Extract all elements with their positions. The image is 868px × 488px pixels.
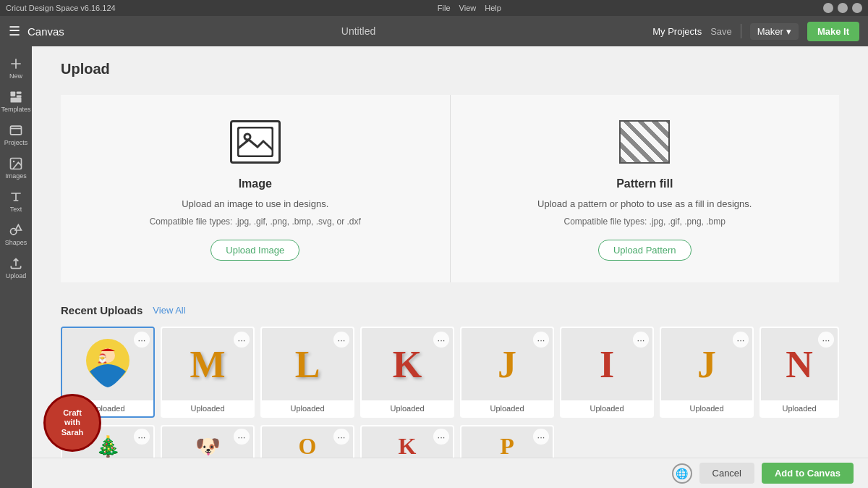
sidebar-item-images[interactable]: Images bbox=[0, 152, 32, 184]
image-card-desc: Upload an image to use in designs. bbox=[182, 198, 328, 211]
images-icon bbox=[9, 156, 23, 171]
maker-dropdown-button[interactable]: Maker ▾ bbox=[750, 23, 799, 40]
letter-J2: J bbox=[697, 343, 716, 386]
close-button[interactable] bbox=[852, 3, 862, 13]
page-title: Upload bbox=[61, 61, 839, 77]
svg-rect-9 bbox=[238, 127, 273, 156]
thumb-label-2: Uploaded bbox=[262, 400, 353, 416]
make-it-button[interactable]: Make It bbox=[807, 22, 859, 41]
sidebar-item-new[interactable]: New bbox=[0, 52, 32, 84]
thumb-label-4: Uploaded bbox=[461, 400, 553, 416]
sidebar-item-text[interactable]: Text bbox=[0, 185, 32, 217]
upload-thumb-5[interactable]: I Uploaded ··· bbox=[560, 327, 654, 418]
maximize-button[interactable] bbox=[838, 3, 848, 13]
top-nav: ☰ Canvas Untitled My Projects Save Maker… bbox=[0, 16, 868, 46]
sidebar-item-shapes-label: Shapes bbox=[5, 239, 27, 246]
app-title: Cricut Design Space v6.16.124 bbox=[6, 4, 116, 12]
menu-file[interactable]: File bbox=[438, 4, 451, 12]
thumb-label-5: Uploaded bbox=[561, 400, 652, 416]
menu-help[interactable]: Help bbox=[485, 4, 501, 12]
chevron-down-icon: ▾ bbox=[786, 26, 791, 37]
sidebar-item-shapes[interactable]: Shapes bbox=[0, 219, 32, 251]
upload-thumb-2[interactable]: L Uploaded ··· bbox=[260, 327, 354, 418]
sidebar-item-templates[interactable]: Templates bbox=[0, 85, 32, 117]
canvas-label: Canvas bbox=[27, 25, 64, 38]
recent-uploads-header: Recent Uploads View All bbox=[61, 304, 839, 316]
my-projects-button[interactable]: My Projects bbox=[652, 26, 702, 37]
main-content: Upload Image Upload an image to use in d… bbox=[32, 46, 868, 488]
letter-I: I bbox=[600, 343, 614, 386]
sidebar-item-projects[interactable]: Projects bbox=[0, 119, 32, 151]
svg-rect-0 bbox=[11, 92, 16, 97]
globe-icon[interactable]: 🌐 bbox=[672, 463, 692, 484]
pattern-card-title: Pattern fill bbox=[616, 177, 673, 190]
text-icon bbox=[9, 190, 23, 204]
upload-thumb-1[interactable]: M Uploaded ··· bbox=[161, 327, 255, 418]
image-upload-card: Image Upload an image to use in designs.… bbox=[61, 95, 450, 282]
sidebar-item-text-label: Text bbox=[10, 206, 22, 213]
save-button[interactable]: Save bbox=[710, 26, 732, 37]
letter-J1: J bbox=[498, 343, 516, 386]
sidebar-item-upload-label: Upload bbox=[6, 272, 27, 279]
templates-icon bbox=[9, 90, 23, 104]
thumb-label-1: Uploaded bbox=[162, 400, 253, 416]
shapes-icon bbox=[9, 223, 23, 237]
document-title: Untitled bbox=[341, 25, 375, 37]
upload-thumb-6[interactable]: J Uploaded ··· bbox=[660, 327, 754, 418]
upload-thumb-7[interactable]: N Uploaded ··· bbox=[760, 327, 839, 418]
svg-rect-2 bbox=[17, 96, 22, 98]
sidebar-item-new-label: New bbox=[9, 72, 22, 80]
sidebar-item-projects-label: Projects bbox=[4, 139, 28, 146]
nav-divider bbox=[741, 24, 741, 38]
menu-view[interactable]: View bbox=[459, 4, 477, 12]
sidebar-item-images-label: Images bbox=[5, 172, 27, 180]
letter-M: M bbox=[190, 343, 225, 386]
image-card-filetypes: Compatible file types: .jpg, .gif, .png,… bbox=[150, 216, 361, 227]
santa-surfer-image: 🎅 bbox=[75, 335, 140, 393]
svg-point-6 bbox=[13, 161, 14, 163]
upload-image-button[interactable]: Upload Image bbox=[210, 240, 299, 261]
pattern-upload-card: Pattern fill Upload a pattern or photo t… bbox=[450, 95, 840, 282]
thumb-label-3: Uploaded bbox=[362, 400, 453, 416]
sidebar: New Templates Projects Images Text Shape… bbox=[0, 46, 32, 488]
letter-K: K bbox=[393, 343, 422, 386]
add-to-canvas-button[interactable]: Add to Canvas bbox=[762, 463, 854, 484]
letter-N: N bbox=[786, 343, 813, 386]
upload-cards: Image Upload an image to use in designs.… bbox=[61, 95, 839, 282]
upload-thumb-3[interactable]: K Uploaded ··· bbox=[360, 327, 454, 418]
pattern-card-desc: Upload a pattern or photo to use as a fi… bbox=[537, 198, 752, 211]
letter-L: L bbox=[295, 343, 320, 386]
hamburger-menu-icon[interactable]: ☰ bbox=[9, 23, 20, 39]
watermark-logo: Craft with Sarah bbox=[43, 394, 101, 452]
pattern-card-icon-area bbox=[616, 117, 673, 167]
upload-icon bbox=[9, 256, 23, 271]
sidebar-item-upload[interactable]: Upload bbox=[0, 252, 32, 284]
thumb-label-6: Uploaded bbox=[661, 400, 752, 416]
projects-icon bbox=[9, 123, 23, 138]
title-bar: Cricut Design Space v6.16.124 File View … bbox=[0, 0, 868, 16]
recent-uploads-title: Recent Uploads bbox=[61, 304, 142, 316]
bottom-bar: 🌐 Cancel Add to Canvas bbox=[32, 458, 868, 488]
pattern-icon bbox=[619, 120, 670, 164]
uploads-grid-row1: 🎅 Uploaded ··· M Uploaded ··· L Uploade bbox=[61, 327, 839, 418]
svg-rect-3 bbox=[11, 98, 22, 103]
image-card-title: Image bbox=[239, 177, 272, 190]
plus-icon bbox=[9, 56, 23, 71]
svg-rect-4 bbox=[11, 126, 22, 135]
upload-pattern-button[interactable]: Upload Pattern bbox=[598, 240, 692, 261]
upload-thumb-4[interactable]: J Uploaded ··· bbox=[460, 327, 554, 418]
view-all-link[interactable]: View All bbox=[153, 305, 185, 316]
app-body: New Templates Projects Images Text Shape… bbox=[0, 46, 868, 488]
cancel-button[interactable]: Cancel bbox=[699, 463, 754, 484]
thumb-label-7: Uploaded bbox=[761, 400, 838, 416]
sidebar-item-templates-label: Templates bbox=[1, 106, 30, 113]
svg-text:🎅: 🎅 bbox=[97, 353, 108, 363]
svg-marker-8 bbox=[15, 225, 21, 231]
image-icon-svg bbox=[237, 127, 273, 157]
minimize-button[interactable] bbox=[823, 3, 833, 13]
pattern-card-filetypes: Compatible file types: .jpg, .gif, .png,… bbox=[564, 216, 726, 227]
image-icon bbox=[230, 120, 281, 164]
image-card-icon-area bbox=[226, 117, 284, 167]
svg-rect-1 bbox=[17, 92, 22, 94]
